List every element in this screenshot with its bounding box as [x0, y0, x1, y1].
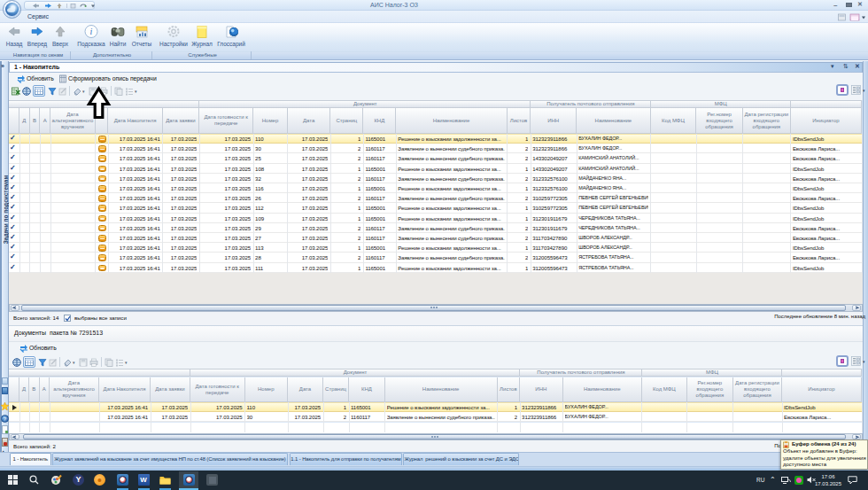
svg-text:i: i: [90, 27, 93, 36]
